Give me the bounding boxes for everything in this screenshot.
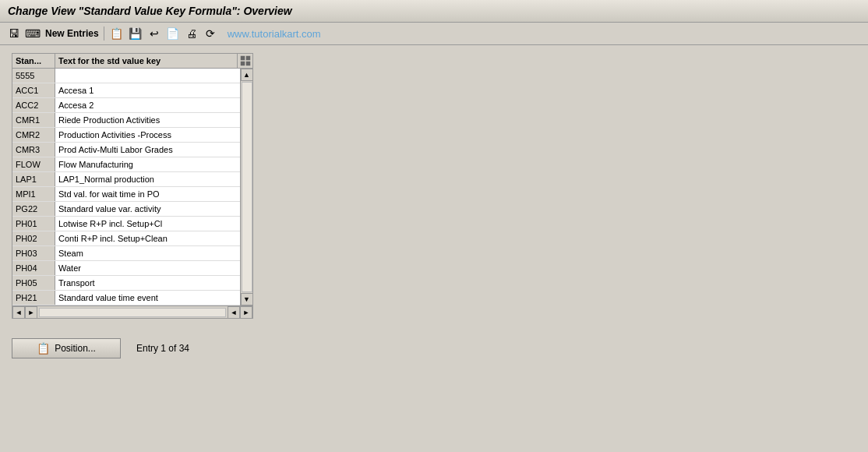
bottom-scroll: ◄ ► ◄ ► <box>12 305 252 318</box>
cell-stan: FLOW <box>12 157 55 171</box>
hscroll-right-area: ◄ ► <box>228 306 252 319</box>
main-content: Stan... Text for the std value key 5555A… <box>0 45 868 327</box>
table-row[interactable]: 5555 <box>12 69 240 83</box>
hscroll-track <box>39 308 226 317</box>
table-row[interactable]: ACC2Accesa 2 <box>12 98 240 113</box>
cell-stan: PH02 <box>12 231 55 245</box>
cell-text: Water <box>55 261 240 275</box>
table-row[interactable]: ACC1Accesa 1 <box>12 83 240 98</box>
table-row[interactable]: PH04Water <box>12 261 240 276</box>
cell-stan: MPI1 <box>12 187 55 201</box>
cell-stan: PG22 <box>12 202 55 216</box>
toolbar-divider-1 <box>104 26 104 41</box>
table-row[interactable]: LAP1LAP1_Normal production <box>12 172 240 187</box>
scrollbar-right[interactable]: ▲ ▼ <box>240 69 252 305</box>
hscroll-left-btn[interactable]: ◄ <box>12 306 25 319</box>
cell-text: Standard value var. activity <box>55 202 240 216</box>
cell-text <box>55 69 240 83</box>
cell-text: Production Activities -Process <box>55 128 240 142</box>
cell-stan: PH05 <box>12 276 55 290</box>
cell-text: Lotwise R+P incl. Setup+Cl <box>55 217 240 231</box>
col-text-header: Text for the std value key <box>55 54 237 68</box>
scroll-up-btn[interactable]: ▲ <box>241 69 253 81</box>
table-row[interactable]: FLOWFlow Manufacturing <box>12 157 240 172</box>
page-title: Change View "Standard Value Key Formula"… <box>8 5 860 17</box>
scroll-track <box>242 82 252 292</box>
position-btn-label: Position... <box>55 343 96 354</box>
svg-rect-3 <box>246 62 250 65</box>
cell-text: Standard value time event <box>55 291 240 305</box>
data-table: Stan... Text for the std value key 5555A… <box>12 53 253 319</box>
table-header: Stan... Text for the std value key <box>12 54 252 69</box>
cell-stan: PH01 <box>12 217 55 231</box>
table-row[interactable]: MPI1Std val. for wait time in PO <box>12 187 240 202</box>
hscroll-right2-btn[interactable]: ► <box>25 306 37 319</box>
cell-text: Std val. for wait time in PO <box>55 187 240 201</box>
table-row[interactable]: CMR3Prod Activ-Multi Labor Grades <box>12 143 240 157</box>
position-icon: 📋 <box>37 342 50 355</box>
hscroll-right3-btn[interactable]: ► <box>240 306 252 319</box>
col-stan-header: Stan... <box>12 54 55 68</box>
save-icon[interactable]: 🖫 <box>6 26 22 41</box>
cell-text: Flow Manufacturing <box>55 157 240 171</box>
cell-text: LAP1_Normal production <box>55 172 240 186</box>
toolbar: 🖫 ⌨ New Entries 📋 💾 ↩ 📄 🖨 ⟳ www.tutorial… <box>0 23 868 45</box>
cell-text: Accesa 1 <box>55 83 240 97</box>
table-row[interactable]: PH05Transport <box>12 276 240 291</box>
undo-icon[interactable]: ↩ <box>146 26 162 41</box>
cell-text: Accesa 2 <box>55 98 240 112</box>
cell-stan: ACC2 <box>12 98 55 112</box>
cell-text: Prod Activ-Multi Labor Grades <box>55 143 240 157</box>
svg-rect-0 <box>241 56 245 60</box>
cell-stan: PH04 <box>12 261 55 275</box>
cell-text: Transport <box>55 276 240 290</box>
bottom-area: 📋 Position... Entry 1 of 34 <box>0 327 868 370</box>
position-button[interactable]: 📋 Position... <box>12 338 121 358</box>
refresh-icon[interactable]: ⟳ <box>203 26 218 41</box>
cell-text: Riede Production Activities <box>55 113 240 127</box>
cell-stan: CMR3 <box>12 143 55 157</box>
svg-rect-1 <box>246 56 250 60</box>
table-row[interactable]: PH01Lotwise R+P incl. Setup+Cl <box>12 217 240 231</box>
hscroll-left2-btn[interactable]: ◄ <box>228 306 240 319</box>
print-icon[interactable]: 🖨 <box>184 26 199 41</box>
watermark: www.tutorialkart.com <box>228 28 321 40</box>
entry-info: Entry 1 of 34 <box>136 343 189 354</box>
save2-icon[interactable]: 💾 <box>128 26 143 41</box>
table-row[interactable]: PH21Standard value time event <box>12 291 240 305</box>
cell-stan: 5555 <box>12 69 55 83</box>
cell-stan: PH03 <box>12 246 55 260</box>
shortcut-icon[interactable]: ⌨ <box>25 26 41 41</box>
copy-icon[interactable]: 📋 <box>109 26 125 41</box>
cell-stan: PH21 <box>12 291 55 305</box>
column-config-icon[interactable] <box>237 54 252 68</box>
cell-stan: CMR2 <box>12 128 55 142</box>
table-row[interactable]: PH02Conti R+P incl. Setup+Clean <box>12 231 240 246</box>
cell-text: Steam <box>55 246 240 260</box>
svg-rect-2 <box>241 62 245 65</box>
table-data: 5555ACC1Accesa 1ACC2Accesa 2CMR1Riede Pr… <box>12 69 240 305</box>
title-bar: Change View "Standard Value Key Formula"… <box>0 0 868 23</box>
table-row[interactable]: PG22Standard value var. activity <box>12 202 240 217</box>
cell-stan: CMR1 <box>12 113 55 127</box>
table-row[interactable]: PH03Steam <box>12 246 240 261</box>
cell-stan: ACC1 <box>12 83 55 97</box>
new-entries-button[interactable]: New Entries <box>45 28 99 39</box>
cell-text: Conti R+P incl. Setup+Clean <box>55 231 240 245</box>
table-row[interactable]: CMR2Production Activities -Process <box>12 128 240 143</box>
table-scroll-area: 5555ACC1Accesa 1ACC2Accesa 2CMR1Riede Pr… <box>12 69 252 305</box>
copy2-icon[interactable]: 📄 <box>165 26 181 41</box>
table-row[interactable]: CMR1Riede Production Activities <box>12 113 240 128</box>
scroll-down-btn[interactable]: ▼ <box>241 293 253 305</box>
cell-stan: LAP1 <box>12 172 55 186</box>
